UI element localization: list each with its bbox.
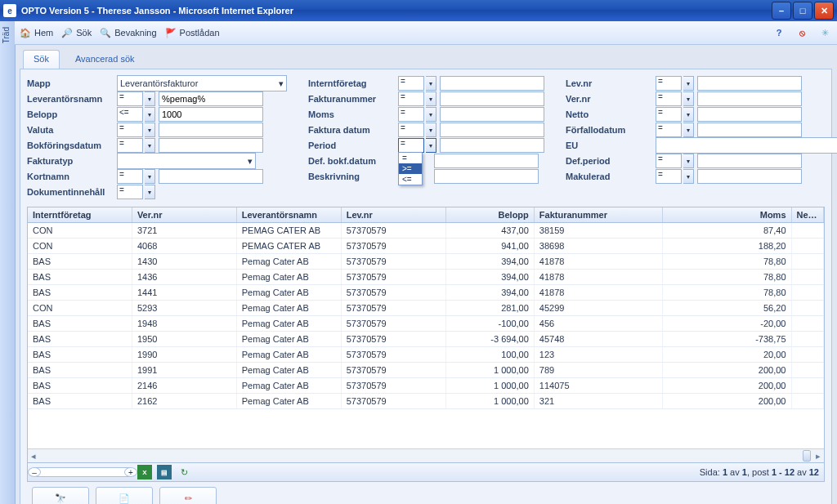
op-dokumentinnehall[interactable]: = — [117, 185, 143, 199]
scroll-left-icon[interactable]: ◂ — [28, 451, 39, 462]
op-period-option-eq[interactable]: = — [399, 153, 422, 163]
opdrop-kortnamn[interactable]: ▾ — [145, 169, 155, 184]
op-defperiod[interactable]: = — [656, 154, 682, 168]
col-belopp[interactable]: Belopp — [446, 207, 535, 222]
input-netto[interactable] — [697, 107, 802, 122]
op-vernr[interactable]: = — [656, 91, 682, 106]
toolbar-home[interactable]: 🏠 Hem — [20, 27, 53, 38]
table-row[interactable]: CON5293Pemag Cater AB57370579281,0045299… — [28, 301, 824, 316]
input-leverantorsnamn[interactable] — [159, 91, 263, 106]
plus-icon[interactable]: + — [124, 467, 137, 477]
col-fakturanummer[interactable]: Fakturanummer — [535, 207, 663, 222]
op-levnr[interactable]: = — [656, 76, 682, 91]
op-makulerad[interactable]: = — [656, 169, 682, 184]
op-interntforetag[interactable]: = — [398, 76, 424, 91]
sok-button[interactable]: 🔭 Sök — [32, 487, 89, 504]
scroll-right-icon[interactable]: ▸ — [812, 451, 824, 462]
opdrop-period[interactable]: ▾ — [426, 138, 436, 153]
op-moms[interactable]: = — [398, 107, 424, 122]
op-period[interactable]: = — [398, 138, 424, 153]
op-fakturadatum[interactable]: = — [398, 123, 424, 137]
table-row[interactable]: BAS1991Pemag Cater AB573705791 000,00789… — [28, 363, 824, 378]
opdrop-vernr[interactable]: ▾ — [683, 91, 694, 106]
col-levnr[interactable]: Lev.nr — [342, 207, 446, 222]
window-minimize-button[interactable]: – — [772, 2, 791, 20]
table-row[interactable]: CON3721PEMAG CATER AB57370579437,0038159… — [28, 223, 824, 239]
sidebar-handle[interactable]: Träd — [0, 21, 16, 504]
opdrop-bokforingsdatum[interactable]: ▾ — [145, 138, 155, 153]
op-period-option-lte[interactable]: <= — [399, 174, 422, 185]
table-row[interactable]: CON4068PEMAG CATER AB57370579941,0038698… — [28, 239, 824, 254]
stop-button[interactable]: ⦸ — [794, 25, 809, 40]
op-period-option-gte[interactable]: >= — [399, 163, 422, 174]
table-row[interactable]: BAS1436Pemag Cater AB57370579394,0041878… — [28, 270, 824, 285]
input-valuta[interactable] — [159, 123, 263, 137]
col-moms[interactable]: Moms — [663, 207, 791, 222]
toolbar-watch[interactable]: 🔍 Bevakning — [100, 27, 156, 38]
op-valuta[interactable]: = — [117, 123, 143, 137]
rensa-button[interactable]: ✏ Rensa — [159, 487, 217, 504]
window-close-button[interactable]: ✕ — [814, 2, 834, 20]
toolbar-mailbox[interactable]: 🚩 Postlådan — [165, 27, 220, 38]
op-leverantorsnamn[interactable]: = — [117, 91, 143, 106]
input-defbokfdatum[interactable] — [434, 154, 539, 168]
opdrop-makulerad[interactable]: ▾ — [683, 169, 694, 184]
export-excel-button[interactable]: X — [137, 465, 152, 479]
mapp-select[interactable]: Leverantörsfakturor▾ — [117, 75, 287, 91]
op-netto[interactable]: = — [656, 107, 682, 122]
opdrop-fakturanummer[interactable]: ▾ — [426, 91, 436, 106]
input-kortnamn[interactable] — [159, 169, 263, 184]
opdrop-dokumentinnehall[interactable]: ▾ — [145, 185, 155, 199]
settings-button[interactable]: ✳ — [817, 25, 832, 40]
input-fakturanummer[interactable] — [440, 91, 544, 106]
input-beskrivning[interactable] — [434, 169, 539, 184]
op-bokforingsdatum[interactable]: = — [117, 138, 143, 153]
opdrop-defperiod[interactable]: ▾ — [683, 154, 694, 168]
table-row[interactable]: BAS1948Pemag Cater AB57370579-100,00456-… — [28, 316, 824, 332]
window-maximize-button[interactable]: □ — [793, 2, 812, 20]
op-forfallodatum[interactable]: = — [656, 123, 682, 137]
table-row[interactable]: BAS1950Pemag Cater AB57370579-3 694,0045… — [28, 332, 824, 347]
input-period[interactable] — [440, 138, 544, 153]
opdrop-fakturadatum[interactable]: ▾ — [426, 123, 436, 137]
opdrop-interntforetag[interactable]: ▾ — [426, 76, 436, 91]
fakturatyp-select[interactable]: ▾ — [117, 153, 256, 169]
table-row[interactable]: BAS2162Pemag Cater AB573705791 000,00321… — [28, 394, 824, 409]
input-defperiod[interactable] — [697, 154, 802, 168]
toolbar-search[interactable]: 🔎 Sök — [61, 27, 92, 38]
table-row[interactable]: BAS1441Pemag Cater AB57370579394,0041878… — [28, 285, 824, 301]
tab-sok[interactable]: Sök — [23, 50, 60, 69]
opdrop-valuta[interactable]: ▾ — [145, 123, 155, 137]
input-interntforetag[interactable] — [440, 76, 544, 91]
col-netto[interactable]: Netto — [792, 207, 825, 222]
skapa-pdf-button[interactable]: 📄 Skapa pdf — [96, 487, 153, 504]
opdrop-levnr[interactable]: ▾ — [683, 76, 694, 91]
input-forfallodatum[interactable] — [697, 123, 802, 137]
refresh-button[interactable]: ↻ — [177, 465, 191, 479]
table-row[interactable]: BAS1990Pemag Cater AB57370579100,0012320… — [28, 347, 824, 363]
op-kortnamn[interactable]: = — [117, 169, 143, 184]
opdrop-moms[interactable]: ▾ — [426, 107, 436, 122]
input-bokforingsdatum[interactable] — [159, 138, 263, 153]
minus-icon[interactable]: – — [28, 467, 41, 477]
input-vernr[interactable] — [697, 91, 802, 106]
table-row[interactable]: BAS1430Pemag Cater AB57370579394,0041878… — [28, 254, 824, 270]
opdrop-belopp[interactable]: ▾ — [145, 107, 155, 122]
grid-hscroll[interactable]: ◂ ▸ — [28, 448, 824, 462]
help-button[interactable]: ? — [772, 25, 786, 40]
eu-select[interactable]: ▾ — [656, 137, 837, 154]
op-belopp[interactable]: <= — [117, 107, 143, 122]
col-interntforetag[interactable]: Interntföretag — [28, 207, 132, 222]
op-period-dropdown[interactable]: = >= <= — [398, 152, 423, 185]
tab-avancerad-sok[interactable]: Avancerad sök — [65, 50, 145, 69]
table-row[interactable]: BAS2146Pemag Cater AB573705791 000,00114… — [28, 378, 824, 394]
input-moms[interactable] — [440, 107, 544, 122]
col-leverantorsnamn[interactable]: Leverantörsnamn — [237, 207, 342, 222]
col-vernr[interactable]: Ver.nr — [132, 207, 237, 222]
opdrop-netto[interactable]: ▾ — [683, 107, 694, 122]
input-belopp[interactable] — [159, 107, 263, 122]
input-fakturadatum[interactable] — [440, 123, 544, 137]
op-fakturanummer[interactable]: = — [398, 91, 424, 106]
scroll-thumb[interactable] — [803, 450, 811, 462]
opdrop-forfallodatum[interactable]: ▾ — [683, 123, 694, 137]
